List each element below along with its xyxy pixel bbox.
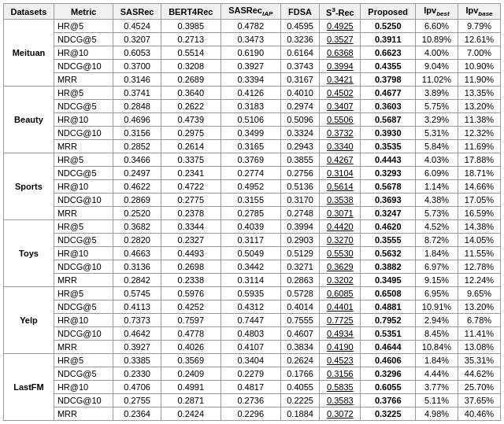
cell: 0.5096 (280, 113, 320, 127)
cell: 0.3155 (220, 194, 280, 207)
cell: 0.3499 (220, 127, 280, 140)
cell: 0.3271 (280, 260, 320, 274)
cell: 0.5129 (280, 247, 320, 260)
cell: 0.5678 (361, 180, 416, 194)
cell: HR@10 (54, 314, 113, 327)
cell: 0.3495 (361, 274, 416, 287)
cell: 10.90% (458, 60, 500, 73)
cell: HR@10 (54, 113, 113, 127)
cell: 0.3629 (320, 260, 361, 274)
cell: 0.4252 (161, 300, 220, 314)
cell: 0.5835 (320, 381, 361, 394)
cell: 0.2842 (113, 274, 161, 287)
cell: 0.3769 (220, 153, 280, 167)
cell: 17.88% (458, 153, 500, 167)
cell: 0.4523 (320, 354, 361, 367)
cell: 0.4778 (161, 327, 220, 341)
cell: 0.2698 (161, 260, 220, 274)
cell: HR@5 (54, 153, 113, 167)
cell: 0.3167 (280, 73, 320, 87)
cell: 12.78% (458, 260, 500, 274)
cell: 0.4706 (113, 381, 161, 394)
cell: 0.6053 (113, 46, 161, 60)
cell: 0.2689 (161, 73, 220, 87)
cell: 6.78% (458, 314, 500, 327)
cell: 25.70% (458, 381, 500, 394)
cell: 4.00% (416, 46, 458, 60)
cell: 0.3640 (161, 87, 220, 100)
cell: 0.3165 (220, 140, 280, 153)
cell: HR@10 (54, 46, 113, 60)
col-ipv-base: Ipvbase (458, 4, 500, 20)
cell: 0.4677 (361, 87, 416, 100)
cell: NDCG@5 (54, 100, 113, 113)
cell: 0.5250 (361, 20, 416, 33)
cell: 0.4443 (361, 153, 416, 167)
cell: 0.2296 (220, 407, 280, 421)
cell: 0.3407 (320, 100, 361, 113)
cell: 0.3208 (161, 60, 220, 73)
cell: 0.4642 (113, 327, 161, 341)
cell: NDCG@10 (54, 260, 113, 274)
cell: HR@10 (54, 381, 113, 394)
cell: 1.84% (416, 247, 458, 260)
cell: 0.4010 (280, 87, 320, 100)
cell: 0.1766 (280, 367, 320, 381)
cell: 0.2497 (113, 167, 161, 180)
cell: NDCG@10 (54, 194, 113, 207)
cell: 6.97% (416, 260, 458, 274)
cell: 0.3930 (361, 127, 416, 140)
cell: 0.2614 (161, 140, 220, 153)
cell: 0.2775 (161, 194, 220, 207)
cell: MRR (54, 207, 113, 220)
cell: 11.69% (458, 140, 500, 153)
cell: 0.3732 (320, 127, 361, 140)
cell: 0.4925 (320, 20, 361, 33)
cell: 0.5935 (220, 287, 280, 300)
cell: 0.3766 (361, 394, 416, 407)
cell: MRR (54, 140, 113, 153)
cell: 0.3538 (320, 194, 361, 207)
col-metric: Metric (54, 4, 113, 20)
cell: HR@5 (54, 220, 113, 234)
cell: 9.04% (416, 60, 458, 73)
cell: 0.4312 (220, 300, 280, 314)
cell: 14.38% (458, 220, 500, 234)
cell: 0.2903 (280, 234, 320, 247)
col-sasrec-iap: SASRecIAP (220, 4, 280, 20)
cell: 5.31% (416, 127, 458, 140)
cell: 0.3394 (220, 73, 280, 87)
cell: 0.4126 (220, 87, 280, 100)
cell: 0.5745 (113, 287, 161, 300)
cell: 10.91% (416, 300, 458, 314)
cell: 0.6055 (361, 381, 416, 394)
col-sasrec: SASRec (113, 4, 161, 20)
cell: 0.4493 (161, 247, 220, 260)
cell: 0.5632 (361, 247, 416, 260)
cell: 0.3855 (280, 153, 320, 167)
cell: 0.4055 (280, 381, 320, 394)
cell: 13.20% (458, 100, 500, 113)
cell: 0.4267 (320, 153, 361, 167)
cell: 0.4696 (113, 113, 161, 127)
cell: 10.84% (416, 341, 458, 354)
cell: 0.3682 (113, 220, 161, 234)
cell: 11.02% (416, 73, 458, 87)
cell: 0.5687 (361, 113, 416, 127)
cell: 0.2774 (220, 167, 280, 180)
cell: 0.2975 (161, 127, 220, 140)
cell: 0.2748 (280, 207, 320, 220)
cell: 35.31% (458, 354, 500, 367)
cell: 0.4991 (161, 381, 220, 394)
cell: HR@5 (54, 20, 113, 33)
cell: HR@10 (54, 180, 113, 194)
cell: 40.46% (458, 407, 500, 421)
cell: 9.65% (458, 287, 500, 300)
cell: 1.84% (416, 354, 458, 367)
cell: 0.4039 (220, 220, 280, 234)
cell: 0.4934 (320, 327, 361, 341)
cell: NDCG@10 (54, 60, 113, 73)
cell: HR@5 (54, 87, 113, 100)
cell: 0.4401 (320, 300, 361, 314)
cell: 0.3994 (320, 60, 361, 73)
